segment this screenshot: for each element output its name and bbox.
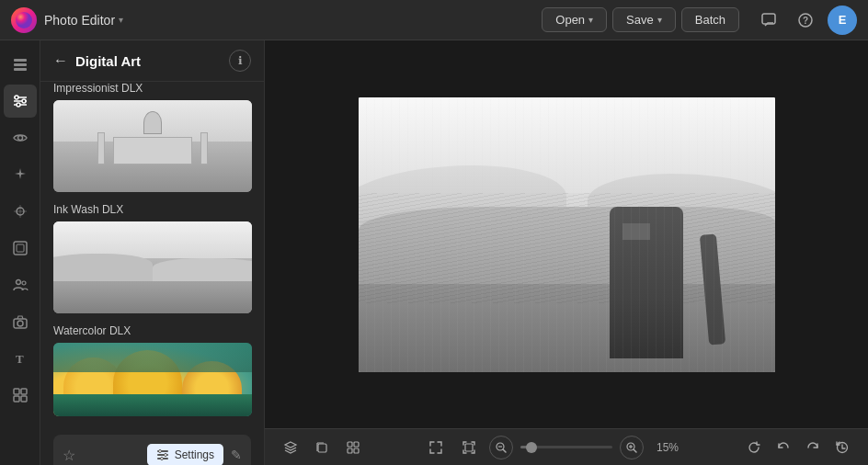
effects-tool-button[interactable] (4, 195, 37, 228)
zoom-out-button[interactable] (489, 436, 513, 459)
adjustments-tool-button[interactable] (4, 85, 37, 118)
canvas-workspace (265, 40, 868, 428)
svg-rect-39 (348, 448, 352, 453)
svg-rect-25 (14, 389, 19, 394)
svg-line-48 (634, 449, 636, 452)
watercolor-filter-thumb (53, 343, 252, 416)
watercolor-filter-item[interactable]: Watercolor DLX (40, 324, 264, 427)
panel-header: ← Digital Art ℹ (40, 40, 264, 82)
svg-rect-6 (14, 68, 27, 71)
inkwash-filter-label: Ink Wash DLX (53, 203, 251, 216)
panel-back-button[interactable]: ← (53, 52, 68, 69)
watercolor-filter-label: Watercolor DLX (53, 324, 251, 337)
canvas-image (359, 97, 775, 372)
filter-panel: ← Digital Art ℹ Impressionist DLX (40, 40, 265, 465)
svg-rect-5 (14, 63, 27, 66)
inkwash-filter-item[interactable]: Ink Wash DLX (40, 203, 264, 324)
svg-point-7 (15, 96, 18, 99)
zoom-in-button[interactable] (620, 436, 644, 459)
eye-tool-button[interactable] (4, 121, 37, 154)
svg-rect-4 (14, 59, 27, 62)
impressionist-filter-thumb (53, 100, 252, 192)
svg-rect-38 (354, 442, 359, 447)
svg-rect-18 (14, 242, 27, 255)
undo-button[interactable] (771, 435, 796, 460)
comment-button[interactable] (754, 6, 783, 35)
svg-point-34 (160, 458, 163, 460)
header: Photo Editor ▾ Open ▾ Save ▾ Batch ? E (0, 0, 868, 40)
redo-button[interactable] (800, 435, 826, 460)
header-right: ? E (754, 6, 857, 35)
bottom-toolbar: 15% (265, 428, 868, 465)
app-title: Photo Editor (44, 13, 115, 28)
zoom-slider[interactable] (520, 446, 612, 448)
svg-rect-27 (14, 396, 19, 402)
layers-bottom-button[interactable] (278, 435, 303, 460)
svg-rect-19 (17, 244, 24, 252)
open-arrow: ▾ (588, 15, 593, 25)
settings-button[interactable]: Settings (147, 444, 223, 465)
frames-tool-button[interactable] (4, 232, 37, 265)
svg-rect-26 (21, 389, 27, 394)
svg-point-10 (22, 99, 26, 103)
refresh-button[interactable] (741, 435, 767, 460)
svg-point-32 (158, 450, 161, 453)
svg-rect-28 (21, 396, 27, 402)
svg-rect-37 (348, 442, 352, 447)
settings-icon (156, 448, 169, 461)
magic-tool-button[interactable] (4, 158, 37, 191)
watercolor-settings-card: ☆ Settings (53, 435, 251, 465)
svg-rect-36 (318, 444, 326, 452)
filter-controls: Settings ✎ (147, 444, 242, 465)
open-button[interactable]: Open ▾ (542, 7, 607, 32)
svg-point-21 (22, 281, 26, 285)
app-title-chevron[interactable]: ▾ (119, 15, 123, 25)
edit-button[interactable]: ✎ (231, 448, 242, 462)
svg-marker-35 (285, 442, 296, 448)
layers-tool-button[interactable] (4, 48, 37, 81)
save-arrow: ▾ (657, 15, 662, 25)
text-tool-button[interactable]: T (4, 342, 37, 375)
panel-info-button[interactable]: ℹ (229, 50, 251, 72)
more-tool-button[interactable] (4, 379, 37, 412)
save-button[interactable]: Save ▾ (612, 7, 676, 32)
fit2-view-button[interactable] (456, 435, 482, 460)
history-button[interactable] (829, 435, 855, 460)
settings-card-top: ☆ Settings (63, 444, 242, 465)
panel-title: Digital Art (75, 53, 222, 69)
svg-point-0 (16, 12, 32, 28)
icon-sidebar: T (0, 40, 40, 465)
people-tool-button[interactable] (4, 268, 37, 301)
fit-view-button[interactable] (423, 435, 449, 460)
svg-point-33 (164, 454, 166, 457)
main-area: T ← Digital Art ℹ Impressionist DLX (0, 40, 868, 465)
svg-point-13 (17, 103, 20, 107)
user-avatar[interactable]: E (828, 6, 857, 35)
app-logo (11, 7, 37, 33)
grid-bottom-button[interactable] (340, 435, 366, 460)
svg-text:T: T (16, 352, 24, 366)
svg-text:?: ? (803, 16, 808, 26)
help-button[interactable]: ? (791, 6, 820, 35)
svg-line-44 (503, 449, 506, 452)
bottom-center-tools: 15% (371, 435, 736, 460)
zoom-value-label: 15% (651, 441, 684, 454)
bottom-left-tools (278, 435, 366, 460)
batch-button[interactable]: Batch (681, 7, 739, 32)
panel-content: Impressionist DLX (40, 82, 264, 465)
camera-tool-button[interactable] (4, 305, 37, 338)
svg-point-23 (17, 321, 23, 326)
favorite-button[interactable]: ☆ (63, 447, 75, 464)
copy-bottom-button[interactable] (309, 435, 335, 460)
impressionist-filter-item[interactable]: Impressionist DLX (40, 82, 264, 203)
bottom-right-tools (741, 435, 855, 460)
svg-rect-40 (354, 448, 359, 453)
svg-point-20 (16, 280, 20, 285)
sketch-artwork (359, 97, 775, 372)
impressionist-filter-label: Impressionist DLX (53, 82, 251, 95)
inkwash-filter-thumb (53, 221, 252, 313)
svg-point-16 (17, 136, 22, 141)
canvas-area: 15% (265, 40, 868, 465)
svg-rect-41 (465, 444, 473, 451)
